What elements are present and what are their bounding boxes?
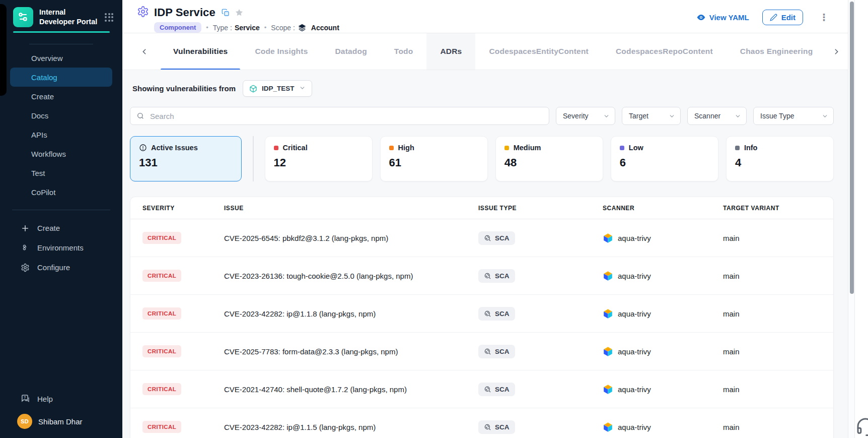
severity-cell: CRITICAL (130, 421, 211, 433)
table-row[interactable]: CRITICALCVE-2023-26136: tough-cookie@2.5… (130, 257, 833, 295)
sidebar-item-docs[interactable]: Docs (10, 106, 112, 125)
tab-datadog[interactable]: Datadog (321, 33, 380, 70)
project-selector[interactable]: IDP_TEST (243, 80, 312, 97)
tab-codespacesentitycontent[interactable]: CodespacesEntityContent (475, 33, 602, 70)
user-menu[interactable]: SD Shibam Dhar (0, 409, 122, 438)
sidebar: Internal Developer Portal OverviewCatalo… (0, 0, 122, 438)
edit-button[interactable]: Edit (762, 10, 803, 25)
more-options-icon[interactable]: ⋮ (816, 11, 832, 24)
support-widget-icon[interactable] (855, 416, 868, 438)
vulnerabilities-table: Severity Issue Issue Type Scanner Target… (130, 197, 834, 438)
sidebar-item-test[interactable]: Test (10, 163, 112, 182)
severity-badge: CRITICAL (142, 307, 181, 320)
apps-grid-icon[interactable] (103, 11, 115, 24)
tab-vulnerabilities[interactable]: Vulnerabilities (160, 33, 241, 70)
issue-cell: CVE-2023-42282: ip@1.1.5 (lang-pkgs, npm… (211, 423, 463, 431)
table-row[interactable]: CRITICALCVE-2023-42282: ip@1.1.8 (lang-p… (130, 295, 833, 333)
scanner-cell: aqua-trivy (589, 346, 710, 357)
issue-type-cell: SCA (463, 383, 589, 396)
stat-card-low[interactable]: Low6 (611, 136, 718, 181)
help-label: Help (37, 395, 53, 403)
filter-issue-type[interactable]: Issue Type (753, 107, 834, 125)
sidebar-item-create[interactable]: Create (10, 87, 112, 106)
tabs-scroll-left-icon[interactable] (137, 33, 151, 70)
trivy-cube-icon (603, 384, 613, 395)
search-input[interactable] (149, 111, 543, 121)
package-search-icon (484, 234, 491, 242)
severity-dot (620, 146, 624, 150)
severity-badge: CRITICAL (142, 345, 181, 357)
severity-cell: CRITICAL (130, 383, 211, 395)
scrollbar-track (848, 0, 855, 438)
sidebar-action-environments[interactable]: Environments (0, 238, 122, 258)
tab-adrs[interactable]: ADRs (426, 33, 475, 70)
brand-underline (13, 31, 110, 33)
table-row[interactable]: CRITICALCVE-2025-7783: form-data@2.3.3 (… (130, 333, 833, 370)
info-circle-icon (139, 144, 147, 152)
stat-card-info[interactable]: Info4 (726, 136, 834, 181)
app-screen: Internal Developer Portal OverviewCatalo… (0, 0, 868, 438)
user-name: Shibam Dhar (38, 417, 83, 426)
stat-label: Critical (283, 144, 308, 152)
active-issues-value: 131 (139, 156, 233, 169)
tab-codespacesrepocontent[interactable]: CodespacesRepoContent (602, 33, 727, 70)
table-row[interactable]: CRITICALCVE-2025-6545: pbkdf2@3.1.2 (lan… (130, 219, 833, 257)
active-issues-label: Active Issues (151, 144, 198, 152)
scope-label: Scope : (271, 24, 295, 32)
tab-code-insights[interactable]: Code Insights (241, 33, 321, 70)
scanner-cell: aqua-trivy (589, 308, 710, 319)
search-icon (136, 112, 144, 120)
sidebar-item-apis[interactable]: APIs (10, 125, 112, 144)
sidebar-action-configure[interactable]: Configure (0, 258, 122, 277)
scrollbar-thumb[interactable] (850, 2, 854, 294)
help-button[interactable]: ? Help (0, 389, 122, 409)
severity-dot (504, 146, 509, 150)
severity-badge: CRITICAL (142, 270, 181, 282)
severity-cell: CRITICAL (130, 232, 211, 244)
service-gear-icon (137, 6, 149, 20)
filter-scanner[interactable]: Scanner (687, 107, 747, 125)
copy-icon[interactable] (222, 9, 230, 17)
trivy-cube-icon (603, 346, 613, 357)
stat-card-high[interactable]: High61 (380, 136, 488, 181)
table-row[interactable]: CRITICALCVE-2021-42740: shell-quote@1.7.… (130, 370, 833, 408)
project-selector-value: IDP_TEST (262, 85, 295, 92)
stat-value: 4 (735, 156, 825, 169)
table-row[interactable]: CRITICALCVE-2023-42282: ip@1.1.5 (lang-p… (130, 408, 833, 438)
scope-value: Account (311, 24, 339, 32)
sidebar-nav: OverviewCatalogCreateDocsAPIsWorkflowsTe… (0, 48, 122, 202)
tab-chaos-engineering[interactable]: Chaos Engineering (727, 33, 827, 70)
stat-card-medium[interactable]: Medium48 (495, 136, 603, 181)
sidebar-divider (29, 44, 93, 44)
view-yaml-button[interactable]: View YAML (696, 13, 749, 22)
star-icon[interactable] (235, 8, 244, 17)
issue-cell: CVE-2023-42282: ip@1.1.8 (lang-pkgs, npm… (211, 309, 463, 318)
scanner-cell: aqua-trivy (589, 422, 710, 432)
tab-todo[interactable]: Todo (381, 33, 427, 70)
edit-label: Edit (781, 13, 795, 22)
trivy-cube-icon (603, 422, 613, 432)
active-issues-card[interactable]: Active Issues 131 (130, 136, 242, 181)
gear-icon (20, 263, 30, 273)
severity-cards: Critical12High61Medium48Low6Info4 (265, 136, 834, 181)
issue-type-cell: SCA (463, 345, 589, 358)
sidebar-item-catalog[interactable]: Catalog (10, 68, 112, 87)
main-panel: IDP Service Component • Type : (122, 0, 848, 438)
severity-badge: CRITICAL (142, 232, 181, 244)
stat-value: 61 (389, 156, 479, 169)
brand-title: Internal Developer Portal (39, 8, 103, 27)
severity-cell: CRITICAL (130, 307, 211, 320)
tabs-scroll-right-icon[interactable] (830, 33, 843, 70)
stat-card-critical[interactable]: Critical12 (265, 136, 373, 181)
tab-bar: VulnerabilitiesCode InsightsDatadogTodoA… (122, 33, 848, 70)
sidebar-actions: CreateEnvironmentsConfigure (0, 218, 122, 277)
sidebar-item-overview[interactable]: Overview (10, 48, 112, 68)
filter-target[interactable]: Target (622, 107, 681, 125)
stat-value: 6 (620, 156, 709, 169)
filter-severity[interactable]: Severity (556, 107, 615, 125)
sidebar-item-workflows[interactable]: Workflows (10, 144, 112, 163)
sidebar-item-copilot[interactable]: CoPilot (10, 182, 112, 202)
meta-separator: • (264, 24, 267, 31)
sidebar-action-create[interactable]: Create (0, 218, 122, 238)
column-header-issue-type: Issue Type (463, 205, 589, 212)
